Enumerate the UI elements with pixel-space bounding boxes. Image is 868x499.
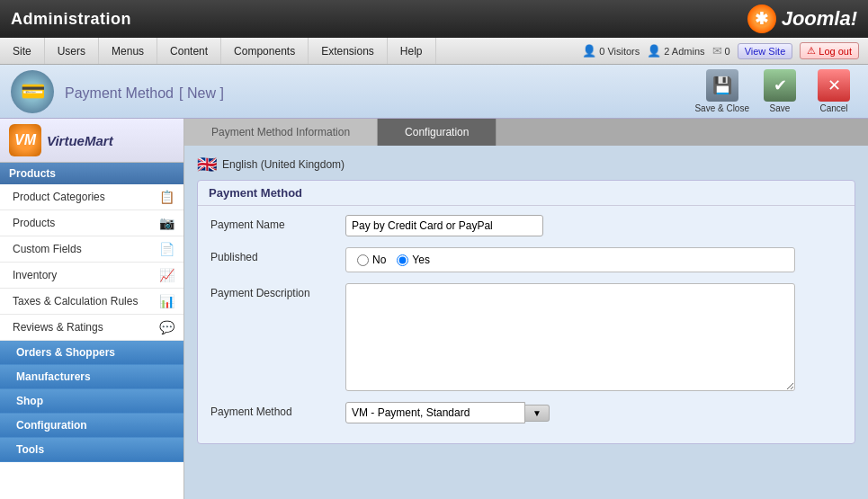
- logout-label: Log out: [819, 46, 852, 57]
- nav-right: 👤 0 Visitors 👤 2 Admins ✉ 0 View Site ⚠ …: [582, 42, 868, 59]
- save-close-icon: 💾: [706, 69, 738, 102]
- published-label: Published: [210, 247, 336, 263]
- select-arrow-icon[interactable]: ▼: [525, 405, 550, 422]
- sidebar-item-custom-fields[interactable]: Custom Fields 📄: [0, 236, 183, 263]
- form-section: Payment Method Payment Name Published: [197, 180, 855, 444]
- joomla-icon: ✱: [747, 4, 776, 33]
- nav-site[interactable]: Site: [0, 38, 45, 64]
- main-layout: VM VirtueMart Products Product Categorie…: [0, 119, 868, 499]
- sidebar-item-taxes[interactable]: Taxes & Calculation Rules 📊: [0, 289, 183, 315]
- virtuemart-logo-text: VirtueMart: [47, 133, 113, 148]
- virtuemart-logo-icon: VM: [9, 124, 41, 156]
- cancel-icon: ✕: [818, 69, 850, 102]
- sidebar-item-shop[interactable]: Shop: [0, 389, 183, 414]
- cancel-label: Cancel: [819, 103, 847, 113]
- main-content: Payment Method Information Configuration…: [184, 119, 868, 499]
- page-title: Payment Method [ New ]: [65, 80, 224, 103]
- nav-items: Site Users Menus Content Components Exte…: [0, 38, 436, 64]
- payment-method-row: Payment Method VM - Payment, Standard ▼: [210, 402, 842, 423]
- radio-yes-input[interactable]: [397, 254, 408, 266]
- nav-bar: Site Users Menus Content Components Exte…: [0, 38, 868, 65]
- admins-count: 2 Admins: [664, 46, 704, 57]
- flag-icon: 🇬🇧: [197, 155, 217, 174]
- payment-method-select[interactable]: VM - Payment, Standard: [345, 402, 525, 423]
- save-button[interactable]: ✔ Save: [756, 69, 803, 113]
- page-header-left: 💳 Payment Method [ New ]: [11, 70, 224, 113]
- inventory-icon: 📈: [159, 268, 174, 282]
- cancel-button[interactable]: ✕ Cancel: [810, 69, 857, 113]
- save-close-button[interactable]: 💾 Save & Close: [694, 69, 749, 113]
- payment-description-textarea[interactable]: [345, 283, 795, 391]
- save-close-label: Save & Close: [694, 103, 749, 113]
- payment-name-control: [345, 215, 543, 236]
- radio-yes[interactable]: Yes: [397, 254, 430, 266]
- sidebar-item-orders[interactable]: Orders & Shoppers: [0, 341, 183, 365]
- admin-title: Administration: [11, 10, 131, 29]
- visitors-icon: 👤: [582, 44, 596, 58]
- sidebar-item-product-categories[interactable]: Product Categories 📋: [0, 184, 183, 210]
- page-header: 💳 Payment Method [ New ] 💾 Save & Close …: [0, 65, 868, 119]
- payment-description-label: Payment Description: [210, 283, 336, 299]
- nav-help[interactable]: Help: [388, 38, 436, 64]
- visitors-count: 0 Visitors: [599, 46, 640, 57]
- page-icon: 💳: [11, 70, 54, 113]
- nav-users[interactable]: Users: [45, 38, 99, 64]
- msgs-count: 0: [725, 46, 730, 57]
- sidebar-item-tools[interactable]: Tools: [0, 438, 183, 462]
- view-site-button[interactable]: View Site: [738, 43, 793, 59]
- logout-button[interactable]: ⚠ Log out: [800, 42, 859, 59]
- radio-no[interactable]: No: [357, 254, 386, 266]
- payment-name-input[interactable]: [345, 215, 543, 236]
- nav-content[interactable]: Content: [157, 38, 221, 64]
- sidebar-logo: VM VirtueMart: [0, 119, 183, 163]
- sidebar-item-inventory[interactable]: Inventory 📈: [0, 263, 183, 289]
- payment-name-row: Payment Name: [210, 215, 842, 236]
- logout-icon: ⚠: [807, 45, 816, 57]
- payment-name-label: Payment Name: [210, 215, 336, 231]
- sidebar-item-products[interactable]: Products 📷: [0, 210, 183, 236]
- products-icon: 📷: [159, 216, 174, 230]
- sidebar: VM VirtueMart Products Product Categorie…: [0, 119, 184, 499]
- joomla-text: Joomla!: [782, 7, 857, 31]
- content-area: 🇬🇧 English (United Kingdom) Payment Meth…: [184, 146, 868, 460]
- visitors-info: 👤 0 Visitors: [582, 44, 640, 58]
- language-badge: 🇬🇧 English (United Kingdom): [197, 155, 855, 174]
- sidebar-item-reviews[interactable]: Reviews & Ratings 💬: [0, 315, 183, 341]
- section-title: Payment Method: [198, 181, 855, 206]
- msgs-info: ✉ 0: [712, 44, 730, 58]
- nav-extensions[interactable]: Extensions: [309, 38, 388, 64]
- reviews-icon: 💬: [159, 320, 174, 334]
- nav-components[interactable]: Components: [221, 38, 309, 64]
- form-fields: Payment Name Published No: [198, 206, 855, 443]
- tab-payment-method-info[interactable]: Payment Method Information: [184, 119, 378, 146]
- joomla-logo: ✱ Joomla!: [747, 4, 857, 33]
- payment-method-select-box: VM - Payment, Standard ▼: [345, 402, 550, 423]
- admins-info: 👤 2 Admins: [647, 44, 704, 58]
- msgs-icon: ✉: [712, 44, 722, 58]
- radio-group: No Yes: [357, 254, 430, 266]
- product-categories-icon: 📋: [159, 190, 174, 204]
- sidebar-products-header: Products: [0, 163, 183, 184]
- admin-bar: Administration ✱ Joomla!: [0, 0, 868, 38]
- published-control: No Yes: [345, 247, 795, 272]
- nav-menus[interactable]: Menus: [99, 38, 157, 64]
- payment-description-row: Payment Description: [210, 283, 842, 391]
- sidebar-item-configuration[interactable]: Configuration: [0, 414, 183, 438]
- lang-label: English (United Kingdom): [222, 158, 345, 171]
- payment-method-label: Payment Method: [210, 402, 336, 418]
- taxes-icon: 📊: [159, 294, 174, 308]
- tab-configuration[interactable]: Configuration: [378, 119, 497, 146]
- save-label: Save: [770, 103, 791, 113]
- toolbar: 💾 Save & Close ✔ Save ✕ Cancel: [694, 69, 857, 113]
- save-icon: ✔: [764, 69, 796, 102]
- radio-no-input[interactable]: [357, 254, 369, 266]
- custom-fields-icon: 📄: [159, 242, 174, 256]
- published-row: Published No Yes: [210, 247, 842, 272]
- sidebar-item-manufacturers[interactable]: Manufacturers: [0, 365, 183, 389]
- tabs-bar: Payment Method Information Configuration: [184, 119, 868, 146]
- admins-icon: 👤: [647, 44, 661, 58]
